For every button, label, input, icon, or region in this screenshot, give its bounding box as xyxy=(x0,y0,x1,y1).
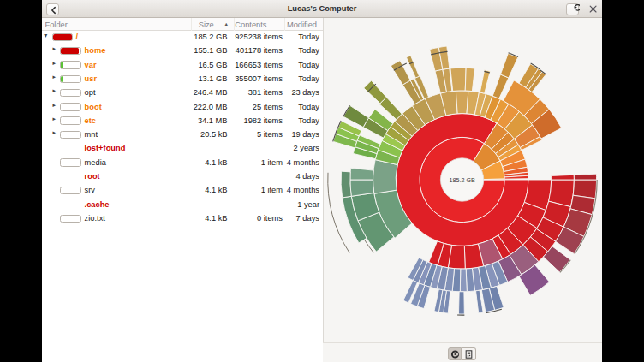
svg-text:185.2 GB: 185.2 GB xyxy=(449,176,475,184)
